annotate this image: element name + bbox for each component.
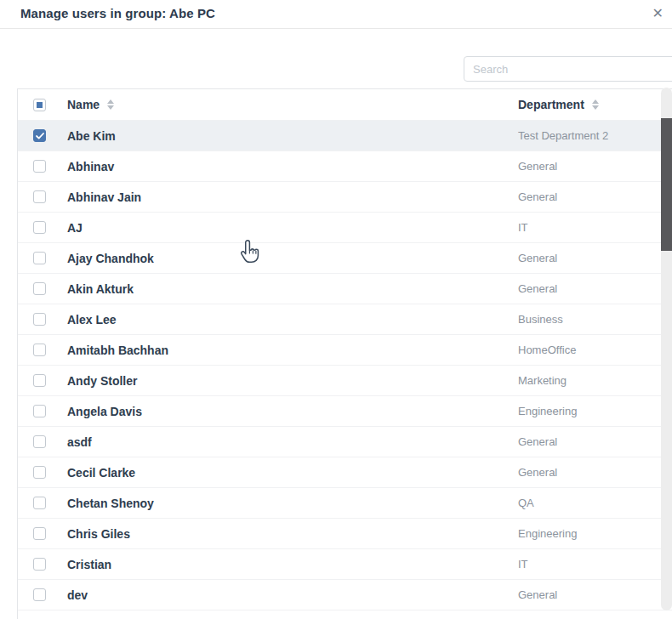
row-checkbox-cell (18, 527, 67, 540)
modal-title: Manage users in group: Abe PC (20, 6, 215, 20)
modal-header: Manage users in group: Abe PC ✕ (0, 0, 672, 29)
row-checkbox-cell (18, 435, 67, 448)
row-checkbox[interactable] (33, 374, 46, 387)
table-row[interactable]: Alex Lee Business (18, 304, 672, 334)
row-checkbox[interactable] (33, 558, 46, 571)
table-row[interactable]: Ajay Chandhok General (18, 242, 672, 273)
user-name: dev (67, 588, 518, 602)
user-name: Cecil Clarke (67, 466, 518, 480)
user-name: Abhinav Jain (67, 190, 518, 204)
table-row[interactable]: Abhinav Jain General (18, 181, 672, 212)
row-checkbox[interactable] (33, 344, 46, 356)
table-row[interactable]: asdf General (18, 426, 672, 457)
user-name: Cristian (67, 558, 518, 571)
column-header-name-label: Name (67, 98, 100, 111)
row-checkbox[interactable] (33, 497, 46, 509)
row-checkbox[interactable] (33, 435, 46, 448)
user-name: Chris Giles (67, 527, 518, 541)
row-checkbox[interactable] (33, 252, 46, 264)
row-checkbox[interactable] (33, 588, 46, 601)
row-checkbox[interactable] (33, 282, 46, 295)
user-department: General (518, 588, 672, 601)
scrollbar-thumb[interactable] (661, 118, 672, 251)
user-name: Abhinav (67, 160, 518, 173)
table-row[interactable]: Hit Return General (18, 610, 672, 619)
user-name: Amitabh Bachhan (67, 344, 518, 357)
row-checkbox[interactable] (33, 527, 46, 540)
row-checkbox-cell (18, 313, 67, 326)
sort-icon[interactable] (107, 99, 114, 110)
row-checkbox[interactable] (33, 221, 46, 234)
sort-desc-icon (592, 105, 599, 110)
table-row[interactable]: Amitabh Bachhan HomeOffice (18, 334, 672, 365)
user-name: asdf (67, 435, 518, 449)
sort-desc-icon (107, 105, 114, 110)
table-row[interactable]: Cristian IT (18, 548, 672, 579)
row-checkbox[interactable] (33, 129, 46, 142)
user-department: General (518, 160, 672, 173)
row-checkbox-cell (18, 252, 67, 264)
table-row[interactable]: Chetan Shenoy QA (18, 487, 672, 518)
user-department: Marketing (518, 374, 672, 387)
table-row[interactable]: Angela Davis Engineering (18, 395, 672, 426)
table-row[interactable]: Cecil Clarke General (18, 457, 672, 487)
row-checkbox[interactable] (33, 190, 46, 203)
user-name: Angela Davis (67, 405, 518, 418)
scrollbar-track[interactable] (661, 88, 672, 610)
table-row[interactable]: Akin Akturk General (18, 273, 672, 304)
user-department: General (518, 282, 672, 295)
check-icon (36, 133, 44, 139)
row-checkbox-cell (18, 466, 67, 479)
user-department: General (518, 252, 672, 264)
user-name: Ajay Chandhok (67, 252, 518, 265)
user-name: Chetan Shenoy (67, 497, 518, 510)
user-name: AJ (67, 221, 518, 235)
user-department: General (518, 190, 672, 203)
user-department: Business (518, 313, 672, 326)
column-header-department-label: Department (518, 98, 584, 111)
user-department: General (518, 435, 672, 448)
close-icon[interactable]: ✕ (652, 5, 663, 22)
user-department: Engineering (518, 527, 672, 540)
column-header-name[interactable]: Name (67, 98, 518, 111)
indeterminate-mark-icon (37, 102, 43, 108)
user-name: Andy Stoller (67, 374, 518, 388)
row-checkbox[interactable] (33, 160, 46, 173)
row-checkbox-cell (18, 405, 67, 417)
table-row[interactable]: Abhinav General (18, 150, 672, 181)
user-department: Test Department 2 (518, 129, 672, 142)
sort-icon[interactable] (592, 99, 599, 110)
user-department: HomeOffice (518, 344, 672, 356)
row-checkbox[interactable] (33, 466, 46, 479)
header-checkbox-cell (18, 99, 67, 111)
user-department: QA (518, 497, 672, 509)
table-row[interactable]: Andy Stoller Marketing (18, 365, 672, 395)
table-body: Abe Kim Test Department 2 Abhinav Genera… (18, 120, 672, 619)
user-name: Akin Akturk (67, 282, 518, 296)
table-row[interactable]: Abe Kim Test Department 2 (18, 120, 672, 150)
table-row[interactable]: AJ IT (18, 212, 672, 242)
user-name: Alex Lee (67, 313, 518, 327)
row-checkbox-cell (18, 129, 67, 142)
row-checkbox-cell (18, 190, 67, 203)
users-table: Name Department Abe Kim Test Department … (17, 88, 672, 619)
column-header-department[interactable]: Department (518, 98, 672, 111)
sort-asc-icon (107, 99, 114, 104)
table-row[interactable]: dev General (18, 579, 672, 610)
row-checkbox-cell (18, 558, 67, 571)
row-checkbox-cell (18, 588, 67, 601)
user-department: IT (518, 221, 672, 234)
search-input[interactable] (464, 56, 672, 82)
row-checkbox[interactable] (33, 405, 46, 417)
sort-asc-icon (592, 99, 599, 104)
row-checkbox-cell (18, 374, 67, 387)
table-header-row: Name Department (18, 89, 672, 120)
row-checkbox-cell (18, 282, 67, 295)
user-name: Abe Kim (67, 129, 518, 143)
select-all-checkbox[interactable] (33, 99, 46, 111)
row-checkbox-cell (18, 497, 67, 509)
row-checkbox[interactable] (33, 313, 46, 326)
user-department: General (518, 466, 672, 479)
row-checkbox-cell (18, 344, 67, 356)
table-row[interactable]: Chris Giles Engineering (18, 518, 672, 548)
